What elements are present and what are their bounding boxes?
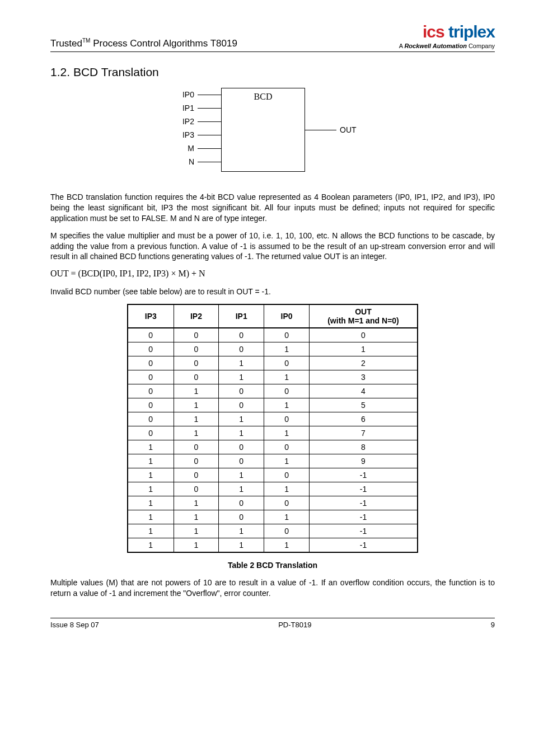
table-cell: 0	[128, 398, 174, 412]
table-cell: 8	[310, 440, 418, 454]
table-cell: 0	[310, 328, 418, 342]
logo: ics triplex A Rockwell Automation Compan…	[399, 22, 495, 49]
table-cell: 0	[264, 384, 310, 398]
table-cell: 1	[128, 468, 174, 482]
out-header-line1: OUT	[313, 307, 414, 316]
table-cell: -1	[310, 538, 418, 553]
input-label-n: N	[172, 155, 194, 168]
table-cell: 7	[310, 426, 418, 440]
table-cell: 0	[128, 412, 174, 426]
table-cell: 0	[174, 342, 219, 356]
logo-triplex: triplex	[444, 22, 495, 41]
logo-text: ics triplex	[399, 22, 495, 41]
paragraph-1: The BCD translation function requires th…	[50, 192, 495, 224]
diagram-input-labels: IP0 IP1 IP2 IP3 M N	[172, 88, 194, 168]
table-caption: Table 2 BCD Translation	[50, 561, 495, 570]
diagram-input-lines	[198, 95, 221, 175]
table-cell: 3	[310, 370, 418, 384]
table-cell: -1	[310, 468, 418, 482]
footer-left: Issue 8 Sep 07	[50, 621, 99, 629]
col-header-ip0: IP0	[264, 304, 310, 328]
table-cell: 1	[174, 426, 219, 440]
table-cell: 1	[264, 370, 310, 384]
diagram-container: IP0 IP1 IP2 IP3 M N BCD OUT	[50, 88, 495, 183]
table-cell: 0	[128, 426, 174, 440]
section-number: 1.2.	[50, 65, 70, 78]
col-header-ip3: IP3	[128, 304, 174, 328]
table-cell: 0	[174, 454, 219, 468]
bcd-diagram: IP0 IP1 IP2 IP3 M N BCD OUT	[172, 88, 373, 183]
table-row: 00102	[128, 356, 418, 370]
table-cell: 9	[310, 454, 418, 468]
table-row: 00113	[128, 370, 418, 384]
table-cell: 0	[128, 328, 174, 342]
table-cell: 0	[219, 496, 264, 510]
table-cell: 0	[128, 342, 174, 356]
table-cell: 5	[310, 398, 418, 412]
table-cell: 0	[219, 510, 264, 524]
table-cell: 1	[174, 398, 219, 412]
table-row: 1110-1	[128, 524, 418, 538]
table-cell: 1	[174, 524, 219, 538]
input-label-ip1: IP1	[172, 101, 194, 115]
table-cell: 0	[174, 328, 219, 342]
logo-subtitle: A Rockwell Automation Company	[399, 43, 495, 49]
table-cell: 1	[264, 342, 310, 356]
paragraph-2: M specifies the value multiplier and mus…	[50, 231, 495, 262]
section-heading: 1.2. BCD Translation	[50, 65, 495, 79]
table-cell: 0	[264, 356, 310, 370]
table-cell: 1	[264, 454, 310, 468]
table-row: 01004	[128, 384, 418, 398]
table-cell: 1	[219, 356, 264, 370]
table-cell: 0	[174, 482, 219, 496]
page-footer: Issue 8 Sep 07 PD-T8019 9	[50, 618, 495, 629]
paragraph-3: Invalid BCD number (see table below) are…	[50, 287, 495, 297]
table-cell: 6	[310, 412, 418, 426]
table-cell: -1	[310, 524, 418, 538]
trademark: TM	[82, 37, 90, 44]
table-cell: 1	[219, 370, 264, 384]
table-cell: 1	[128, 510, 174, 524]
table-cell: 0	[264, 440, 310, 454]
table-cell: 1	[264, 482, 310, 496]
bcd-table-body: 0000000011001020011301004010150110601117…	[128, 328, 418, 552]
table-cell: 0	[219, 454, 264, 468]
table-row: 1100-1	[128, 496, 418, 510]
input-label-m: M	[172, 142, 194, 155]
table-cell: -1	[310, 510, 418, 524]
table-cell: 1	[174, 412, 219, 426]
table-row: 1010-1	[128, 468, 418, 482]
table-cell: 1	[264, 426, 310, 440]
table-cell: 0	[264, 412, 310, 426]
table-cell: 0	[264, 468, 310, 482]
page-header: TrustedTM Process Control Algorithms T80…	[50, 22, 495, 52]
section-title: BCD Translation	[73, 65, 159, 78]
table-cell: 1	[174, 384, 219, 398]
table-cell: 1	[174, 538, 219, 553]
col-header-out: OUT (with M=1 and N=0)	[310, 304, 418, 328]
table-cell: 1	[128, 538, 174, 553]
bcd-table: IP3 IP2 IP1 IP0 OUT (with M=1 and N=0) 0…	[127, 304, 418, 553]
table-header-row: IP3 IP2 IP1 IP0 OUT (with M=1 and N=0)	[128, 304, 418, 328]
table-cell: 1	[174, 510, 219, 524]
table-cell: 4	[310, 384, 418, 398]
input-label-ip3: IP3	[172, 128, 194, 142]
logo-sub-rock: Rockwell Automation	[404, 43, 466, 49]
table-cell: 1	[219, 468, 264, 482]
table-cell: 0	[264, 328, 310, 342]
table-cell: 2	[310, 356, 418, 370]
paragraph-4: Multiple values (M) that are not powers …	[50, 577, 495, 599]
doc-title: TrustedTM Process Control Algorithms T80…	[50, 37, 237, 49]
logo-sub-suffix: Company	[467, 43, 495, 49]
out-header-line2: (with M=1 and N=0)	[313, 316, 414, 325]
table-cell: 1	[128, 496, 174, 510]
table-cell: 0	[264, 524, 310, 538]
table-cell: 1	[128, 482, 174, 496]
output-label: OUT	[340, 125, 357, 134]
table-row: 1111-1	[128, 538, 418, 553]
table-cell: 0	[219, 384, 264, 398]
table-cell: 1	[264, 510, 310, 524]
input-label-ip0: IP0	[172, 88, 194, 101]
table-row: 1101-1	[128, 510, 418, 524]
table-row: 10019	[128, 454, 418, 468]
